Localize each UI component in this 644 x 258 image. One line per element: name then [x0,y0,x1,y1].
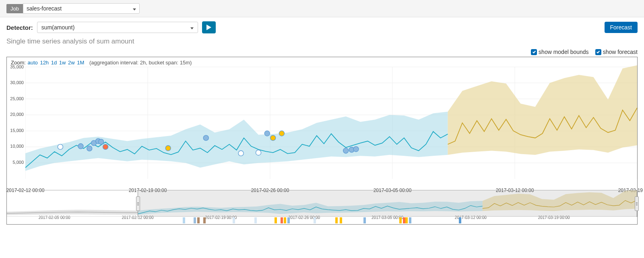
play-button[interactable] [202,21,216,33]
detector-label: Detector: [6,24,33,31]
swim-cell [340,217,342,223]
checkbox-label: show model bounds [539,49,589,55]
main-chart[interactable]: 5,00010,00015,00020,00025,00030,00035,00… [25,57,637,190]
svg-point-26 [270,135,276,140]
job-select[interactable]: sales-forecast [23,3,140,14]
zoom-option-1d[interactable]: 1d [51,60,57,66]
chart-subtitle: Single time series analysis of sum amoun… [0,36,644,49]
overview-left-handle[interactable] [136,196,140,211]
svg-point-25 [264,131,270,136]
show-forecast-checkbox[interactable]: show forecast [595,49,638,55]
checkbox-checked-icon [595,49,601,55]
y-tick: 20,000 [10,112,24,117]
swim-cell [254,217,257,223]
svg-point-30 [353,147,359,152]
swim-cell [281,217,283,223]
swim-cell [363,217,366,223]
swim-cell [233,217,235,223]
svg-point-19 [99,139,104,144]
chevron-down-icon [130,5,136,12]
zoom-option-12h[interactable]: 12h [40,60,49,66]
zoom-option-2w[interactable]: 2w [68,60,75,66]
y-tick: 30,000 [10,80,24,85]
checkbox-checked-icon [531,49,537,55]
swim-cell [287,217,290,223]
svg-point-15 [78,144,83,149]
swim-cell [183,217,185,223]
svg-point-23 [238,151,244,156]
overview-selection[interactable] [138,190,637,217]
y-axis-ticks: 5,00010,00015,00020,00025,00030,00035,00… [8,57,25,178]
main-plot-svg [25,57,637,191]
swim-cell [405,217,408,223]
chart-border: Zoom: auto 12h 1d 1w 2w 1M (aggregation … [6,57,638,225]
svg-point-28 [343,148,349,153]
zoom-option-auto[interactable]: auto [27,60,37,66]
zoom-option-1w[interactable]: 1w [59,60,66,66]
swim-cell [314,217,316,223]
svg-point-20 [103,144,108,149]
overview-right-handle[interactable] [635,196,639,211]
controls-row: Detector: sum(amount) Forecast [0,17,644,36]
chevron-down-icon [188,24,194,31]
svg-point-24 [256,150,261,155]
checkbox-label: show forecast [603,49,638,55]
play-icon [206,25,211,30]
y-tick: 10,000 [10,144,24,149]
top-bar: Job sales-forecast [0,0,644,17]
detector-select[interactable]: sum(amount) [37,22,198,33]
svg-point-16 [87,146,92,151]
zoom-option-1M[interactable]: 1M [77,60,84,66]
y-tick: 25,000 [10,96,24,101]
svg-point-14 [58,144,63,149]
options-row: show model bounds show forecast [0,49,644,57]
zoom-bar: Zoom: auto 12h 1d 1w 2w 1M (aggregation … [11,60,192,66]
swim-cell [197,217,200,223]
detector-select-value: sum(amount) [41,24,74,31]
job-select-value: sales-forecast [27,5,62,12]
svg-point-21 [165,146,171,151]
y-tick: 15,000 [10,128,24,133]
y-tick: 5,000 [12,160,24,165]
job-badge: Job [6,4,23,13]
swim-cell [409,217,411,223]
svg-point-22 [203,135,208,140]
zoom-label: Zoom: [11,60,26,66]
swim-cell [194,217,196,223]
show-model-bounds-checkbox[interactable]: show model bounds [531,49,589,55]
swim-cell [335,217,338,223]
aggregation-note: (aggregation interval: 2h, bucket span: … [89,60,192,66]
overview-chart[interactable]: 2017-02-05 00:002017-02-12 00:002017-02-… [7,190,637,224]
forecast-button[interactable]: Forecast [605,22,638,33]
chart-container: Zoom: auto 12h 1d 1w 2w 1M (aggregation … [0,57,644,227]
swim-cell [284,217,286,223]
svg-marker-0 [206,25,211,30]
swim-cell [459,217,461,223]
swim-cell [275,217,277,223]
swim-lane [7,216,637,224]
swim-cell [203,217,206,223]
swim-cell [399,217,402,223]
svg-point-27 [279,131,284,136]
